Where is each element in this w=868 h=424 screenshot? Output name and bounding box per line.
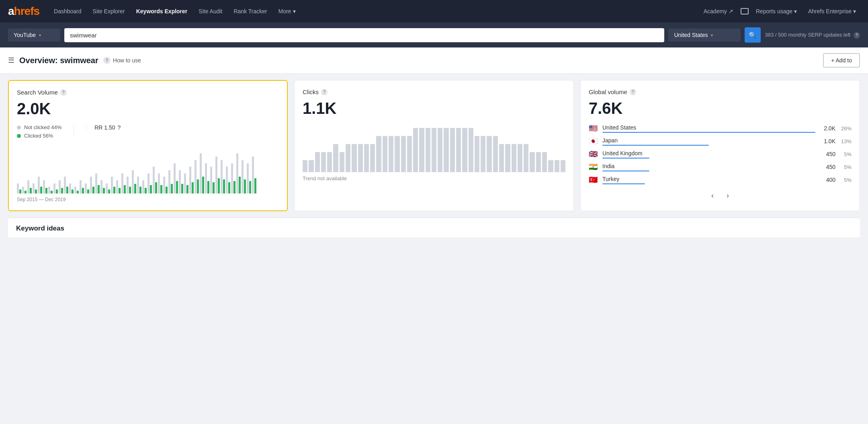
grey-bar: [252, 156, 254, 193]
clicks-bar: [426, 128, 430, 172]
source-dropdown[interactable]: YouTube ▾: [8, 29, 60, 41]
grey-bar: [153, 167, 155, 193]
green-bar: [124, 185, 126, 193]
cards-row: Search Volume ? 2.0K Not clicked 44% Cli…: [8, 80, 860, 211]
nav-keywords-explorer[interactable]: Keywords Explorer: [131, 6, 192, 17]
green-bar: [87, 189, 89, 194]
grey-bar: [85, 183, 87, 193]
bar-group: [236, 153, 241, 193]
sv-legend: Not clicked 44% Clicked 56%: [17, 124, 61, 139]
sv-meta: Not clicked 44% Clicked 56% RR 1.50 ?: [17, 124, 279, 139]
clicks-bar: [548, 160, 553, 172]
bar-group: [100, 180, 105, 193]
green-bar: [160, 185, 162, 193]
clicks-bar: [315, 152, 320, 172]
nav-site-explorer[interactable]: Site Explorer: [88, 6, 130, 17]
search-volume-value: 2.0K: [17, 100, 279, 118]
bar-group: [74, 187, 79, 193]
grey-bar: [168, 170, 170, 193]
clicks-bar: [333, 144, 338, 172]
green-bar: [113, 187, 115, 194]
prev-country-button[interactable]: ‹: [708, 190, 717, 202]
add-to-button[interactable]: + Add to: [823, 53, 860, 68]
country-dropdown[interactable]: United States ▾: [668, 29, 741, 41]
country-flag: 🇺🇸: [589, 124, 598, 133]
bar-group: [153, 167, 157, 193]
bar-group: [132, 170, 136, 193]
logo[interactable]: ahrefs: [8, 5, 39, 18]
search-input[interactable]: [64, 28, 664, 42]
clicks-help-icon[interactable]: ?: [321, 89, 328, 95]
grey-bar: [215, 156, 217, 193]
how-to-use-button[interactable]: ? How to use: [103, 57, 141, 64]
grey-bar: [74, 187, 76, 193]
bar-group: [48, 187, 53, 193]
nav-dashboard[interactable]: Dashboard: [49, 6, 86, 17]
country-volume: 450: [819, 164, 835, 170]
clicks-bar: [542, 152, 547, 172]
green-bar: [56, 189, 58, 194]
grey-bar: [17, 183, 19, 193]
grey-bar: [174, 163, 176, 193]
country-name: Japan: [602, 137, 618, 144]
bar-group: [158, 173, 162, 193]
nav-rank-tracker[interactable]: Rank Tracker: [229, 6, 272, 17]
grey-bar: [158, 173, 160, 193]
search-input-wrap: [64, 28, 664, 42]
clicks-label: Clicks ?: [303, 89, 565, 95]
grey-bar: [221, 160, 223, 193]
clicks-bar: [444, 128, 448, 172]
green-bar: [207, 181, 209, 194]
trend-na: Trend not available: [303, 175, 565, 181]
bar-group: [116, 180, 121, 193]
nav-academy[interactable]: Academy ↗: [700, 6, 737, 17]
clicks-bar: [518, 144, 522, 172]
country-volume: 400: [819, 177, 835, 183]
clicks-bar: [383, 136, 387, 172]
clicks-bar: [456, 128, 461, 172]
green-bar: [51, 191, 53, 193]
bar-group: [215, 156, 220, 193]
rr-help-icon[interactable]: ?: [118, 124, 121, 131]
green-bar: [77, 191, 79, 193]
bar-group: [174, 163, 178, 193]
next-country-button[interactable]: ›: [723, 190, 732, 202]
bar-group: [64, 177, 68, 193]
green-bar: [186, 185, 188, 193]
search-button[interactable]: 🔍: [745, 27, 761, 43]
clicks-bar: [438, 128, 442, 172]
bar-group: [179, 170, 183, 193]
green-bar: [30, 188, 32, 193]
green-bar: [202, 177, 204, 193]
nav-ahrefs-enterprise[interactable]: Ahrefs Enterprise ▾: [804, 6, 860, 17]
menu-icon[interactable]: ☰: [8, 56, 14, 65]
page-title: Overview: swimwear: [19, 56, 98, 65]
clicks-value: 1.1K: [303, 99, 565, 117]
green-bar: [223, 179, 225, 193]
global-volume-help-icon[interactable]: ?: [630, 89, 636, 95]
bar-group: [43, 180, 47, 193]
rr-value: RR 1.50 ?: [86, 124, 121, 131]
green-bar: [98, 185, 100, 193]
clicks-bar: [401, 136, 406, 172]
search-volume-help-icon[interactable]: ?: [60, 89, 67, 96]
bar-group: [80, 180, 84, 193]
nav-reports-usage[interactable]: Reports usage ▾: [752, 6, 801, 17]
clicks-bar: [346, 144, 350, 172]
bar-group: [17, 183, 21, 193]
how-to-use-icon: ?: [103, 57, 111, 64]
serp-help-icon[interactable]: ?: [854, 32, 860, 39]
chart-date: Sep 2015 — Dec 2019: [17, 197, 279, 202]
nav-site-audit[interactable]: Site Audit: [194, 6, 227, 17]
bar-group: [252, 156, 256, 193]
bar-group: [142, 180, 147, 193]
country-volume: 2.0K: [819, 125, 835, 132]
grey-bar: [95, 173, 97, 193]
green-bar: [72, 189, 74, 194]
bar-group: [59, 180, 63, 193]
bar-group: [137, 177, 141, 193]
nav-more[interactable]: More ▾: [274, 6, 301, 17]
clicks-bar: [475, 136, 479, 172]
clicks-bar: [389, 136, 393, 172]
grey-bar: [121, 173, 123, 193]
